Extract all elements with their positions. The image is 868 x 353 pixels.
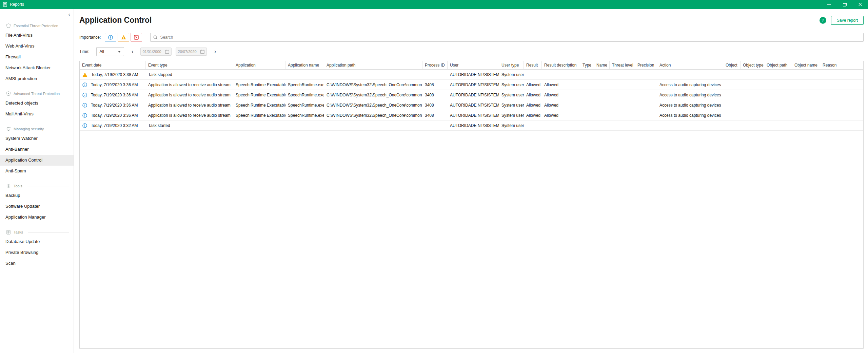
column-header-object-name[interactable]: Object name bbox=[792, 61, 820, 69]
cell-event-type: Application is allowed to receive audio … bbox=[146, 90, 233, 100]
cell-event-type: Task stopped bbox=[146, 70, 233, 79]
critical-icon bbox=[134, 35, 139, 40]
column-header-result-description[interactable]: Result description bbox=[542, 61, 580, 69]
cell-application bbox=[233, 70, 285, 79]
cell-application-name: SpeechRuntime.exe bbox=[285, 90, 324, 100]
column-header-application[interactable]: Application bbox=[233, 61, 285, 69]
tasks-icon bbox=[6, 230, 11, 235]
cell-threat-level bbox=[610, 110, 635, 120]
importance-info-toggle[interactable] bbox=[105, 33, 116, 42]
sidebar-item-scan[interactable]: Scan bbox=[0, 258, 74, 269]
cell-event-date: Today, 7/19/2020 3:36 AM bbox=[80, 90, 146, 100]
column-header-object[interactable]: Object bbox=[723, 61, 741, 69]
table-row[interactable]: Today, 7/19/2020 3:36 AMApplication is a… bbox=[80, 100, 863, 110]
importance-warning-toggle[interactable] bbox=[118, 33, 129, 42]
column-header-threat-level[interactable]: Threat level bbox=[610, 61, 635, 69]
column-header-user-type[interactable]: User type bbox=[499, 61, 524, 69]
cell-threat-level bbox=[610, 90, 635, 100]
cell-user-type: System user bbox=[499, 110, 524, 120]
column-header-action[interactable]: Action bbox=[657, 61, 723, 69]
sidebar-item-application-control[interactable]: Application Control bbox=[0, 155, 74, 166]
warning-icon bbox=[82, 72, 87, 77]
sidebar-item-anti-spam[interactable]: Anti-Spam bbox=[0, 166, 74, 176]
save-report-button[interactable]: Save report bbox=[831, 16, 864, 25]
sidebar-item-file-anti-virus[interactable]: File Anti-Virus bbox=[0, 30, 74, 41]
sidebar-item-amsi-protection[interactable]: AMSI-protection bbox=[0, 73, 74, 84]
cell-application-path: C:\WINDOWS\System32\Speech_OneCore\commo… bbox=[324, 110, 422, 120]
cell-application: Speech Runtime Executable bbox=[233, 100, 285, 110]
table-row[interactable]: Today, 7/19/2020 3:36 AMApplication is a… bbox=[80, 90, 863, 100]
cell-name bbox=[594, 120, 610, 130]
table-row[interactable]: Today, 7/19/2020 3:32 AMTask startedAUTO… bbox=[80, 120, 863, 131]
column-header-process-id[interactable]: Process ID bbox=[422, 61, 448, 69]
minimize-button[interactable] bbox=[821, 0, 837, 9]
date-to-field[interactable]: 20/07/2020 bbox=[176, 48, 207, 56]
cell-application: Speech Runtime Executable bbox=[233, 110, 285, 120]
sidebar-item-mail-anti-virus[interactable]: Mail Anti-Virus bbox=[0, 109, 74, 119]
column-header-event-type[interactable]: Event type bbox=[146, 61, 233, 69]
section-header-tools: Tools bbox=[0, 182, 74, 190]
cell-type bbox=[580, 110, 594, 120]
sidebar-collapse-icon[interactable]: ‹ bbox=[68, 12, 70, 17]
info-icon bbox=[82, 82, 87, 87]
column-header-object-type[interactable]: Object type bbox=[741, 61, 764, 69]
column-header-type[interactable]: Type bbox=[580, 61, 594, 69]
column-header-name[interactable]: Name bbox=[594, 61, 610, 69]
importance-critical-toggle[interactable] bbox=[131, 33, 142, 42]
sidebar-item-web-anti-virus[interactable]: Web Anti-Virus bbox=[0, 41, 74, 52]
cell-user-type: System user bbox=[499, 100, 524, 110]
column-header-user[interactable]: User bbox=[448, 61, 499, 69]
cell-user-type: System user bbox=[499, 70, 524, 79]
cell-object-path bbox=[764, 100, 792, 110]
sidebar-item-backup[interactable]: Backup bbox=[0, 190, 74, 201]
cell-event-type: Application is allowed to receive audio … bbox=[146, 110, 233, 120]
sidebar-item-database-update[interactable]: Database Update bbox=[0, 236, 74, 247]
cell-object-path bbox=[764, 120, 792, 130]
table-row[interactable]: Today, 7/19/2020 3:36 AMApplication is a… bbox=[80, 80, 863, 90]
cell-reason bbox=[820, 110, 863, 120]
cell-application: Speech Runtime Executable bbox=[233, 80, 285, 90]
cell-application-path bbox=[324, 70, 422, 79]
cell-event-date: Today, 7/19/2020 3:32 AM bbox=[80, 120, 146, 130]
column-header-application-path[interactable]: Application path bbox=[324, 61, 422, 69]
warning-icon bbox=[121, 35, 126, 40]
sidebar-item-private-browsing[interactable]: Private Browsing bbox=[0, 247, 74, 258]
section-divider bbox=[63, 26, 69, 26]
date-from-field[interactable]: 01/01/2000 bbox=[140, 48, 172, 56]
search-box[interactable] bbox=[150, 33, 864, 42]
sidebar-item-anti-banner[interactable]: Anti-Banner bbox=[0, 144, 74, 155]
info-icon bbox=[82, 93, 87, 97]
cell-process-id bbox=[422, 120, 448, 130]
table-row[interactable]: Today, 7/19/2020 3:38 AMTask stoppedAUTO… bbox=[80, 70, 863, 80]
help-icon[interactable]: ? bbox=[820, 17, 826, 24]
section-header-managing-security: Managing security bbox=[0, 125, 74, 133]
previous-period-button[interactable]: ‹ bbox=[129, 49, 136, 55]
managing-security-icon bbox=[6, 127, 11, 131]
sidebar-item-network-attack-blocker[interactable]: Network Attack Blocker bbox=[0, 62, 74, 73]
column-header-event-date[interactable]: Event date bbox=[80, 61, 146, 69]
cell-application-name: SpeechRuntime.exe bbox=[285, 80, 324, 90]
next-period-button[interactable]: › bbox=[212, 49, 219, 55]
close-button[interactable] bbox=[852, 0, 868, 9]
calendar-icon[interactable] bbox=[165, 50, 169, 54]
table-row[interactable]: Today, 7/19/2020 3:36 AMApplication is a… bbox=[80, 110, 863, 120]
column-header-reason[interactable]: Reason bbox=[820, 61, 863, 69]
search-input[interactable] bbox=[160, 35, 861, 40]
sidebar-item-detected-objects[interactable]: Detected objects bbox=[0, 98, 74, 109]
sidebar-item-application-manager[interactable]: Application Manager bbox=[0, 212, 74, 223]
column-header-application-name[interactable]: Application name bbox=[285, 61, 324, 69]
cell-reason bbox=[820, 120, 863, 130]
time-range-select[interactable]: All bbox=[96, 47, 124, 56]
sidebar-item-software-updater[interactable]: Software Updater bbox=[0, 201, 74, 212]
close-icon bbox=[859, 3, 862, 6]
column-header-object-path[interactable]: Object path bbox=[764, 61, 792, 69]
column-header-result[interactable]: Result bbox=[524, 61, 542, 69]
cell-object-path bbox=[764, 80, 792, 90]
cell-application-name bbox=[285, 120, 324, 130]
calendar-icon[interactable] bbox=[200, 50, 204, 54]
restore-button[interactable] bbox=[837, 0, 852, 9]
sidebar-item-system-watcher[interactable]: System Watcher bbox=[0, 133, 74, 144]
sidebar-item-firewall[interactable]: Firewall bbox=[0, 52, 74, 62]
column-header-precision[interactable]: Precision bbox=[635, 61, 657, 69]
title-bar: Reports bbox=[0, 0, 868, 9]
